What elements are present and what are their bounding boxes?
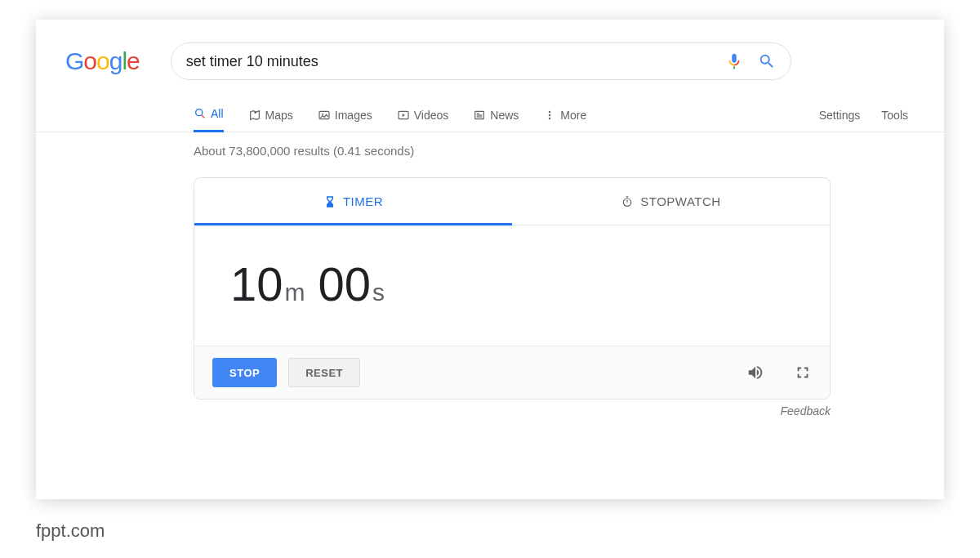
tab-all[interactable]: All xyxy=(194,98,224,132)
search-tabs: All Maps Images Videos News More xyxy=(36,98,944,132)
caption-text: fppt.com xyxy=(36,520,105,542)
more-vertical-icon xyxy=(543,109,556,122)
header: Google set timer 10 minutes xyxy=(36,20,944,80)
svg-line-1 xyxy=(202,115,204,118)
tab-news[interactable]: News xyxy=(473,98,519,132)
stop-button[interactable]: STOP xyxy=(212,358,277,387)
videos-icon xyxy=(397,109,410,122)
timer-seconds-unit: s xyxy=(372,279,385,306)
maps-icon xyxy=(248,109,261,122)
reset-button[interactable]: RESET xyxy=(288,358,360,387)
tab-images[interactable]: Images xyxy=(318,98,372,132)
search-input[interactable]: set timer 10 minutes xyxy=(171,42,791,80)
volume-icon[interactable] xyxy=(746,364,764,382)
voice-search-icon[interactable] xyxy=(725,52,743,70)
images-icon xyxy=(318,109,331,122)
timer-minutes: 10 xyxy=(230,257,283,311)
timer-minutes-unit: m xyxy=(285,279,305,306)
timer-widget: TIMER STOPWATCH 10 m 00 s STOP RESET xyxy=(194,177,831,400)
search-query-text: set timer 10 minutes xyxy=(186,53,710,70)
result-stats: About 73,800,000 results (0.41 seconds) xyxy=(36,132,944,158)
tab-more[interactable]: More xyxy=(543,98,586,132)
fullscreen-icon[interactable] xyxy=(794,364,812,382)
timer-display[interactable]: 10 m 00 s xyxy=(194,225,830,346)
hourglass-icon xyxy=(323,195,336,208)
search-icon[interactable] xyxy=(758,52,776,70)
timer-seconds: 00 xyxy=(318,257,372,311)
svg-point-12 xyxy=(549,117,550,118)
svg-rect-15 xyxy=(626,196,629,197)
search-results-card: Google set timer 10 minutes All xyxy=(36,20,944,499)
widget-tab-stopwatch[interactable]: STOPWATCH xyxy=(512,178,830,225)
feedback-link[interactable]: Feedback xyxy=(194,404,831,417)
widget-tab-timer[interactable]: TIMER xyxy=(194,178,512,225)
google-logo[interactable]: Google xyxy=(65,47,140,75)
svg-point-11 xyxy=(549,114,550,115)
svg-point-2 xyxy=(254,111,256,114)
stopwatch-icon xyxy=(621,195,634,208)
timer-footer: STOP RESET xyxy=(194,346,830,399)
news-icon xyxy=(473,109,486,122)
search-small-icon xyxy=(194,107,207,120)
settings-link[interactable]: Settings xyxy=(819,109,861,122)
svg-point-4 xyxy=(322,113,323,114)
tab-videos[interactable]: Videos xyxy=(397,98,449,132)
tools-link[interactable]: Tools xyxy=(881,109,908,122)
svg-point-0 xyxy=(196,109,203,116)
tab-maps[interactable]: Maps xyxy=(248,98,293,132)
svg-point-10 xyxy=(549,110,550,112)
